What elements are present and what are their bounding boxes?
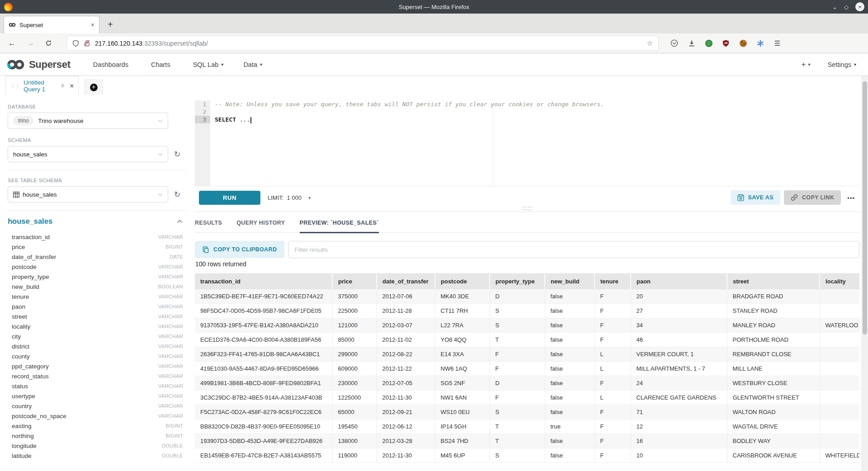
limit-dropdown[interactable]: LIMIT: 1 000 ▾ xyxy=(268,194,311,201)
column-row: ppd_category VARCHAR xyxy=(8,361,183,371)
minimize-icon[interactable]: ⌄ xyxy=(832,4,837,10)
column-header[interactable]: transaction_id xyxy=(195,274,332,289)
filter-results-input[interactable] xyxy=(288,241,859,258)
more-actions-button[interactable]: ••• xyxy=(847,194,855,201)
chevron-down-icon xyxy=(158,119,163,122)
table-cell xyxy=(820,347,859,362)
database-engine-badge: trino xyxy=(13,116,33,125)
table-select[interactable]: house_sales xyxy=(8,186,168,203)
forward-icon[interactable]: → xyxy=(27,39,34,48)
back-icon[interactable]: ← xyxy=(8,39,16,48)
link-icon xyxy=(791,194,798,201)
refresh-schema-icon[interactable]: ↻ xyxy=(174,150,180,159)
new-query-tab-button[interactable]: + xyxy=(85,80,103,95)
table-cell: 12 xyxy=(631,419,727,434)
table-cell xyxy=(820,391,859,405)
south-tab[interactable]: QUERY HISTORY xyxy=(236,216,285,232)
column-header[interactable]: locality xyxy=(820,274,859,289)
column-row: tenure VARCHAR xyxy=(8,292,183,301)
bookmark-star-icon[interactable]: ☆ xyxy=(647,39,653,47)
caret-down-icon: ▾ xyxy=(308,195,311,200)
column-type: VARCHAR xyxy=(158,264,183,269)
south-tab[interactable]: PREVIEW: `HOUSE_SALES` xyxy=(300,216,379,232)
table-cell: MANLEY ROAD xyxy=(727,318,820,333)
query-tab[interactable]: ⋮⋮ Untitled Query 1 × xyxy=(5,76,79,95)
cookie-extension-icon[interactable] xyxy=(739,39,747,47)
new-tab-button[interactable]: + xyxy=(108,19,113,30)
unsaved-dot-icon xyxy=(61,84,64,88)
database-value: Trino warehouse xyxy=(38,118,83,124)
column-type: VARCHAR xyxy=(158,353,183,359)
collapse-chevron-icon[interactable] xyxy=(177,220,183,223)
table-cell: 65000 xyxy=(332,405,377,419)
copy-to-clipboard-button[interactable]: COPY TO CLIPBOARD xyxy=(195,241,284,258)
column-header[interactable]: property_type xyxy=(490,274,545,289)
south-tab[interactable]: RESULTS xyxy=(195,216,222,232)
superset-navbar: Superset Dashboards Charts SQL Lab▾ Data… xyxy=(0,53,868,76)
schema-label: SCHEMA xyxy=(8,137,195,143)
run-button[interactable]: RUN xyxy=(199,191,260,205)
browser-tab[interactable]: Superset × xyxy=(4,16,99,33)
save-as-button[interactable]: SAVE AS xyxy=(731,190,780,205)
table-grid-icon xyxy=(13,192,19,198)
column-header[interactable]: tenure xyxy=(594,274,631,289)
close-tab-icon[interactable]: × xyxy=(91,21,94,28)
table-cell: 2012-03-28 xyxy=(377,434,435,448)
url-input[interactable]: 217.160.120.143:32393/superset/sqllab/ ☆ xyxy=(66,36,659,51)
table-cell: NW6 1AQ xyxy=(435,362,490,376)
table-cell: YO8 4QQ xyxy=(435,333,490,347)
close-window-icon[interactable]: × xyxy=(855,2,864,11)
close-query-tab-icon[interactable]: × xyxy=(70,82,74,89)
column-name: usertype xyxy=(12,393,35,400)
shield-icon[interactable] xyxy=(72,40,79,47)
table-cell: 2012-11-22 xyxy=(377,362,435,376)
pocket-icon[interactable] xyxy=(670,39,678,47)
menu-hamburger-icon[interactable]: ☰ xyxy=(774,39,781,47)
database-select[interactable]: trino Trino warehouse xyxy=(8,113,168,129)
table-cell: 2012-11-28 xyxy=(377,304,435,318)
nav-item[interactable]: Charts xyxy=(151,61,173,68)
superset-brand[interactable]: Superset xyxy=(6,59,71,71)
settings-menu[interactable]: Settings▾ xyxy=(828,61,856,68)
table-row: 91370533-19F5-47FE-B142-A380A8ADA2101210… xyxy=(195,318,859,333)
row-count-text: 100 rows returned xyxy=(195,260,246,268)
column-header[interactable]: street xyxy=(727,274,820,289)
table-cell: MILL APARTMENTS, 1 - 7 xyxy=(631,362,727,376)
reload-icon[interactable] xyxy=(45,40,52,47)
column-header[interactable]: paon xyxy=(631,274,727,289)
table-cell: F xyxy=(594,376,631,391)
add-new-button[interactable]: +▾ xyxy=(802,60,811,69)
drag-handle-icon[interactable]: ⋮⋮ xyxy=(10,83,20,89)
results-table-body: 1B5C39ED-BE7F-41EF-9E71-9C60EED74A223750… xyxy=(195,289,859,463)
nav-item[interactable]: Dashboards xyxy=(93,61,131,68)
column-header[interactable]: date_of_transfer xyxy=(377,274,435,289)
column-header[interactable]: postcode xyxy=(435,274,490,289)
table-cell: 230000 xyxy=(332,376,377,391)
downloads-icon[interactable] xyxy=(688,39,695,47)
save-icon xyxy=(737,194,744,201)
refresh-table-icon[interactable]: ↻ xyxy=(174,190,180,199)
column-name: transaction_id xyxy=(12,234,50,240)
table-row: F5C273AC-0D2A-458F-8279-9C61F0C22EC66500… xyxy=(195,405,859,419)
copy-link-button[interactable]: COPY LINK xyxy=(784,190,841,205)
nav-item[interactable]: SQL Lab▾ xyxy=(193,61,224,68)
scrollbar-thumb[interactable] xyxy=(863,81,867,334)
insecure-lock-icon[interactable] xyxy=(84,40,90,47)
copy-icon xyxy=(203,246,209,253)
maximize-icon[interactable]: ◇ xyxy=(844,4,849,10)
table-cell: D xyxy=(490,289,545,304)
multi-account-icon[interactable] xyxy=(756,39,764,47)
navbar-menu: Dashboards Charts SQL Lab▾ Data▾ xyxy=(93,61,262,68)
nav-item[interactable]: Data▾ xyxy=(243,61,262,68)
table-cell xyxy=(820,289,859,304)
pane-resize-handle[interactable]: ⋯⋯ ⋯⋯ xyxy=(522,206,533,211)
column-header[interactable]: price xyxy=(332,274,377,289)
column-row: postcode_no_space VARCHAR xyxy=(8,411,183,421)
sql-editor[interactable]: 1 2 3 -- Note: Unless you save your quer… xyxy=(195,100,859,186)
table-cell: BRADGATE ROAD xyxy=(727,289,820,304)
column-header[interactable]: new_build xyxy=(545,274,594,289)
page-scrollbar[interactable] xyxy=(861,76,868,471)
schema-select[interactable]: house_sales xyxy=(8,146,168,162)
extension-icon[interactable] xyxy=(705,39,712,47)
ublock-icon[interactable]: uB xyxy=(722,39,730,47)
